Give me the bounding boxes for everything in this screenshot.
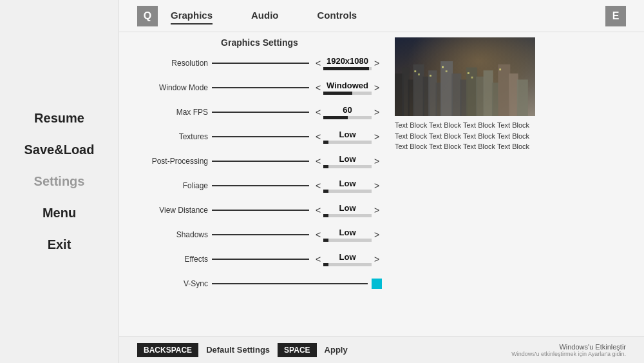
setting-value-2: 60 [323,105,372,115]
setting-value-box-6: Low [323,203,372,217]
buildings-svg [395,61,528,116]
setting-arrow-left-2[interactable]: < [313,107,323,117]
sidebar: ResumeSave&LoadSettingsMenuExit [0,0,119,363]
setting-line-7 [212,234,309,235]
setting-label-5: Foliage [137,181,208,190]
setting-line-0 [212,63,309,64]
bottom-bar: BACKSPACE Default Settings SPACE Apply W… [119,336,644,363]
preview-text: Text Block Text Block Text Block Text Bl… [395,120,535,152]
setting-row-foliage: Foliage < Low > [137,174,382,197]
sidebar-item-resume[interactable]: Resume [0,108,118,128]
setting-value-box-1: Windowed [323,81,372,95]
setting-slider-fill-1 [323,92,352,95]
windows-activate-title: Windows'u Etkinleştir [511,343,626,351]
sidebar-item-menu[interactable]: Menu [0,203,118,223]
setting-slider-fill-8 [323,263,328,266]
setting-line-8 [212,259,309,260]
space-button[interactable]: SPACE [278,343,316,357]
setting-arrow-left-3[interactable]: < [313,132,323,142]
setting-arrow-right-6[interactable]: > [372,205,382,215]
setting-row-max-fps: Max FPS < 60 > [137,101,382,124]
vsync-label: V-Sync [137,279,208,288]
backspace-button[interactable]: BACKSPACE [137,343,198,357]
setting-line-1 [212,87,309,88]
setting-value-5: Low [323,179,372,188]
setting-value-4: Low [323,154,372,164]
nav-tab-audio[interactable]: Audio [251,7,279,25]
setting-value-box-2: 60 [323,105,372,119]
q-button[interactable]: Q [137,6,158,26]
setting-slider-8 [323,263,372,266]
vsync-toggle[interactable] [372,279,382,289]
setting-arrow-right-0[interactable]: > [372,58,382,68]
setting-slider-fill-3 [323,141,328,144]
setting-slider-fill-0 [323,67,369,70]
setting-arrow-right-1[interactable]: > [372,83,382,93]
sidebar-item-saveload[interactable]: Save&Load [0,140,118,160]
setting-label-7: Shadows [137,230,208,239]
e-button[interactable]: E [605,6,626,26]
setting-arrow-left-7[interactable]: < [313,230,323,240]
default-settings-label: Default Settings [206,345,270,355]
svg-rect-12 [484,70,493,116]
svg-rect-16 [517,79,528,116]
preview-image [395,37,535,116]
svg-rect-10 [466,67,477,116]
setting-arrow-left-1[interactable]: < [313,83,323,93]
setting-row-view-distance: View Distance < Low > [137,199,382,222]
setting-value-0: 1920x1080 [323,56,372,66]
setting-arrow-right-4[interactable]: > [372,156,382,166]
setting-row-textures: Textures < Low > [137,125,382,148]
setting-value-box-0: 1920x1080 [323,56,372,70]
svg-rect-19 [430,74,431,76]
svg-rect-23 [471,76,473,78]
setting-arrow-left-4[interactable]: < [313,156,323,166]
svg-rect-17 [414,70,416,72]
setting-arrow-left-5[interactable]: < [313,181,323,191]
setting-value-box-3: Low [323,130,372,144]
setting-arrow-right-5[interactable]: > [372,181,382,191]
setting-arrow-left-8[interactable]: < [313,254,323,264]
setting-label-3: Textures [137,132,208,141]
apply-label: Apply [325,345,348,355]
setting-row-effects: Effects < Low > [137,248,382,271]
setting-arrow-left-6[interactable]: < [313,205,323,215]
setting-value-6: Low [323,203,372,213]
setting-arrow-right-7[interactable]: > [372,230,382,240]
setting-value-box-5: Low [323,179,372,193]
setting-line-3 [212,136,309,137]
setting-arrow-left-0[interactable]: < [313,58,323,68]
setting-slider-1 [323,92,372,95]
setting-label-2: Max FPS [137,108,208,117]
settings-title: Graphics Settings [137,37,382,48]
setting-arrow-right-8[interactable]: > [372,254,382,264]
main-content: Q GraphicsAudioControls E Graphics Setti… [119,0,644,363]
nav-tab-graphics[interactable]: Graphics [171,7,213,25]
windows-activate: Windows'u Etkinleştir Windows'u etkinleş… [511,343,626,357]
setting-arrow-right-2[interactable]: > [372,107,382,117]
setting-arrow-right-3[interactable]: > [372,132,382,142]
sidebar-item-settings[interactable]: Settings [0,172,118,191]
setting-slider-6 [323,214,372,217]
setting-slider-7 [323,239,372,242]
setting-row-window-mode: Window Mode < Windowed > [137,76,382,99]
svg-rect-7 [440,61,453,116]
settings-panel: Graphics Settings Resolution < 1920x1080… [119,32,644,300]
setting-row-post-processing: Post-Processing < Low > [137,150,382,173]
setting-slider-fill-5 [323,190,328,193]
sidebar-item-exit[interactable]: Exit [0,235,118,255]
setting-slider-fill-4 [323,165,328,168]
nav-tab-controls[interactable]: Controls [317,7,357,25]
setting-slider-fill-2 [323,116,348,119]
svg-rect-20 [442,66,444,68]
setting-label-6: View Distance [137,206,208,215]
setting-slider-2 [323,116,372,119]
setting-line-4 [212,161,309,162]
top-nav: Q GraphicsAudioControls E [119,0,644,32]
setting-label-0: Resolution [137,59,208,68]
setting-slider-4 [323,165,372,168]
svg-rect-5 [428,70,437,116]
svg-rect-22 [468,72,469,74]
setting-value-box-8: Low [323,252,372,266]
setting-line-6 [212,210,309,211]
